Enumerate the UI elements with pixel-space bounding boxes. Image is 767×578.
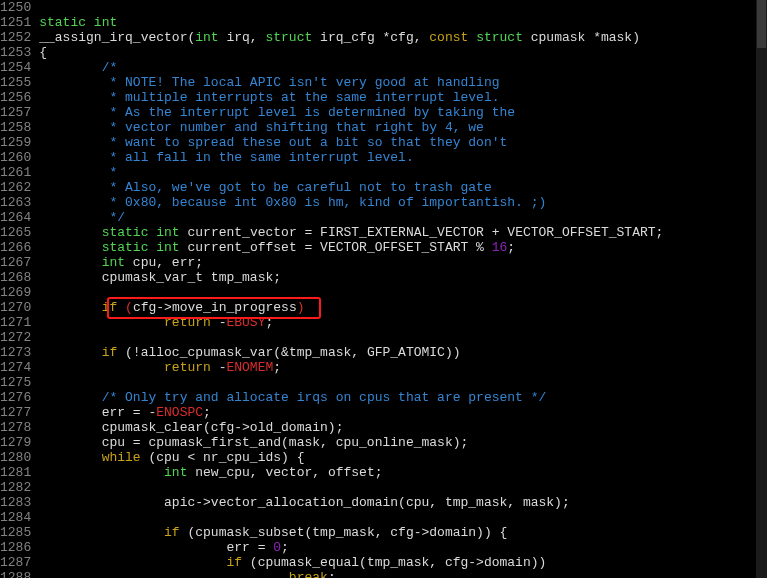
code-line <box>39 330 767 345</box>
line-number: 1269 <box>0 285 31 300</box>
line-number: 1250 <box>0 0 31 15</box>
scrollbar-thumb[interactable] <box>757 0 766 48</box>
line-number: 1282 <box>0 480 31 495</box>
code-line: cpumask_var_t tmp_mask; <box>39 270 767 285</box>
line-number: 1276 <box>0 390 31 405</box>
line-number: 1251 <box>0 15 31 30</box>
code-line: * NOTE! The local APIC isn't very good a… <box>39 75 767 90</box>
line-number: 1260 <box>0 150 31 165</box>
vertical-scrollbar[interactable] <box>756 0 767 578</box>
line-number: 1259 <box>0 135 31 150</box>
line-number: 1284 <box>0 510 31 525</box>
code-line <box>39 480 767 495</box>
code-line: return -EBUSY; <box>39 315 767 330</box>
code-line: if (cpumask_equal(tmp_mask, cfg->domain)… <box>39 555 767 570</box>
code-line: err = -ENOSPC; <box>39 405 767 420</box>
line-number: 1279 <box>0 435 31 450</box>
code-line: * As the interrupt level is determined b… <box>39 105 767 120</box>
code-line: * Also, we've got to be careful not to t… <box>39 180 767 195</box>
line-number: 1277 <box>0 405 31 420</box>
code-line: apic->vector_allocation_domain(cpu, tmp_… <box>39 495 767 510</box>
code-line: { <box>39 45 767 60</box>
code-line <box>39 375 767 390</box>
code-line: __assign_irq_vector(int irq, struct irq_… <box>39 30 767 45</box>
line-number: 1263 <box>0 195 31 210</box>
code-line: break; <box>39 570 767 578</box>
code-line: if (!alloc_cpumask_var(&tmp_mask, GFP_AT… <box>39 345 767 360</box>
line-number: 1288 <box>0 570 31 578</box>
code-line: static int <box>39 15 767 30</box>
code-line: static int current_offset = VECTOR_OFFSE… <box>39 240 767 255</box>
code-line: if (cfg->move_in_progress) <box>39 300 767 315</box>
code-line: * want to spread these out a bit so that… <box>39 135 767 150</box>
line-number: 1287 <box>0 555 31 570</box>
line-number: 1271 <box>0 315 31 330</box>
line-number: 1257 <box>0 105 31 120</box>
line-number: 1267 <box>0 255 31 270</box>
line-number: 1286 <box>0 540 31 555</box>
line-number: 1254 <box>0 60 31 75</box>
line-number: 1283 <box>0 495 31 510</box>
code-line: /* Only try and allocate irqs on cpus th… <box>39 390 767 405</box>
line-number: 1261 <box>0 165 31 180</box>
code-line: cpu = cpumask_first_and(mask, cpu_online… <box>39 435 767 450</box>
code-line: static int current_vector = FIRST_EXTERN… <box>39 225 767 240</box>
line-number: 1280 <box>0 450 31 465</box>
code-line: while (cpu < nr_cpu_ids) { <box>39 450 767 465</box>
code-line: if (cpumask_subset(tmp_mask, cfg->domain… <box>39 525 767 540</box>
line-number: 1274 <box>0 360 31 375</box>
code-line: * 0x80, because int 0x80 is hm, kind of … <box>39 195 767 210</box>
line-number-gutter: 1250125112521253125412551256125712581259… <box>0 0 37 578</box>
code-line: int cpu, err; <box>39 255 767 270</box>
line-number: 1275 <box>0 375 31 390</box>
code-line: err = 0; <box>39 540 767 555</box>
code-line: cpumask_clear(cfg->old_domain); <box>39 420 767 435</box>
code-line: int new_cpu, vector, offset; <box>39 465 767 480</box>
line-number: 1281 <box>0 465 31 480</box>
line-number: 1264 <box>0 210 31 225</box>
line-number: 1273 <box>0 345 31 360</box>
code-line: /* <box>39 60 767 75</box>
code-content[interactable]: static int__assign_irq_vector(int irq, s… <box>37 0 767 578</box>
code-line <box>39 0 767 15</box>
line-number: 1262 <box>0 180 31 195</box>
line-number: 1265 <box>0 225 31 240</box>
code-line: * <box>39 165 767 180</box>
code-line: * vector number and shifting that right … <box>39 120 767 135</box>
code-editor: 1250125112521253125412551256125712581259… <box>0 0 767 578</box>
line-number: 1255 <box>0 75 31 90</box>
line-number: 1258 <box>0 120 31 135</box>
code-line: */ <box>39 210 767 225</box>
line-number: 1266 <box>0 240 31 255</box>
code-line: * all fall in the same interrupt level. <box>39 150 767 165</box>
line-number: 1285 <box>0 525 31 540</box>
code-line <box>39 285 767 300</box>
line-number: 1256 <box>0 90 31 105</box>
code-line <box>39 510 767 525</box>
line-number: 1272 <box>0 330 31 345</box>
line-number: 1252 <box>0 30 31 45</box>
line-number: 1278 <box>0 420 31 435</box>
code-line: return -ENOMEM; <box>39 360 767 375</box>
line-number: 1253 <box>0 45 31 60</box>
line-number: 1270 <box>0 300 31 315</box>
line-number: 1268 <box>0 270 31 285</box>
code-line: * multiple interrupts at the same interr… <box>39 90 767 105</box>
